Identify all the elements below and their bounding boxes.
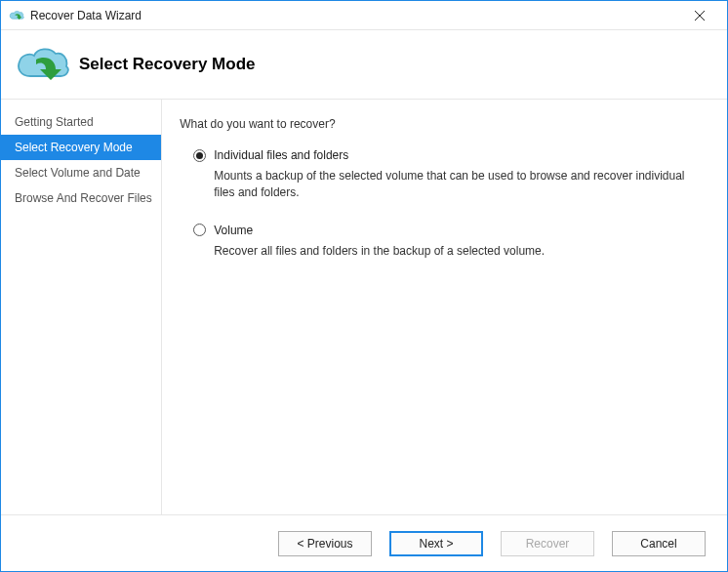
footer: < Previous Next > Recover Cancel [1, 514, 727, 571]
next-button[interactable]: Next > [389, 531, 483, 556]
window-title: Recover Data Wizard [30, 9, 142, 22]
option-label-individual-files[interactable]: Individual files and folders [214, 148, 348, 162]
radio-individual-files[interactable] [193, 149, 206, 162]
content: What do you want to recover? Individual … [161, 100, 727, 514]
option-desc-volume: Recover all files and folders in the bac… [214, 243, 704, 260]
header: Select Recovery Mode [1, 30, 727, 99]
sidebar-item-select-volume-and-date[interactable]: Select Volume and Date [1, 160, 161, 185]
option-desc-individual-files: Mounts a backup of the selected volume t… [214, 168, 704, 202]
page-title: Select Recovery Mode [79, 55, 255, 74]
option-individual-files: Individual files and folders Mounts a ba… [180, 148, 704, 202]
previous-button[interactable]: < Previous [278, 531, 372, 556]
wizard-window: Recover Data Wizard Select Recovery Mode… [0, 0, 728, 572]
header-cloud-icon [13, 43, 71, 86]
body: Getting Started Select Recovery Mode Sel… [1, 99, 727, 514]
content-question: What do you want to recover? [180, 117, 704, 131]
sidebar-item-browse-and-recover-files[interactable]: Browse And Recover Files [1, 185, 161, 211]
titlebar: Recover Data Wizard [1, 1, 727, 30]
recover-button: Recover [501, 531, 594, 556]
sidebar-item-getting-started[interactable]: Getting Started [1, 109, 161, 135]
close-button[interactable] [680, 2, 719, 29]
app-cloud-icon [9, 8, 24, 23]
option-volume: Volume Recover all files and folders in … [180, 224, 704, 260]
sidebar-item-select-recovery-mode[interactable]: Select Recovery Mode [1, 135, 161, 160]
cancel-button[interactable]: Cancel [612, 531, 706, 556]
sidebar: Getting Started Select Recovery Mode Sel… [1, 100, 161, 514]
radio-volume[interactable] [193, 224, 206, 236]
option-label-volume[interactable]: Volume [214, 224, 253, 237]
